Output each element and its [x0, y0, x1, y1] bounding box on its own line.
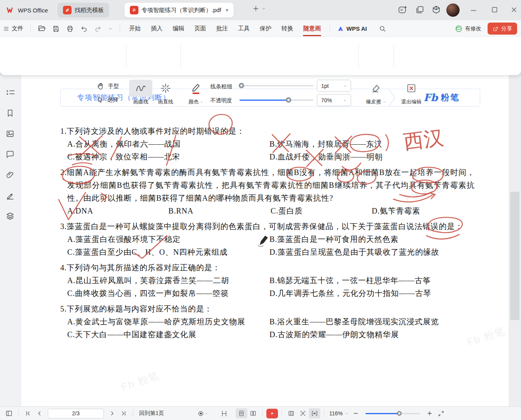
next-page-button[interactable] [106, 408, 118, 418]
zoom-slider-thumb[interactable] [397, 411, 402, 416]
status-bar: 2/3 回到第1页 116% [0, 406, 521, 420]
pdf-page[interactable]: 专项智能练习（常识判断） Fb 粉笔 1.下列诗文涉及的人物或事件对应的时期错误… [21, 75, 509, 406]
quick-tools-chevron-icon[interactable] [105, 20, 116, 37]
save-icon[interactable] [49, 20, 63, 37]
menu-item-insert[interactable]: 插入 [146, 20, 168, 37]
page-number-input[interactable]: 2/3 [48, 409, 104, 418]
comment-panel-icon[interactable] [5, 150, 16, 160]
file-menu-button[interactable]: 文件 [0, 20, 26, 37]
menu-item-start[interactable]: 开始 [124, 20, 146, 37]
tab-document-active[interactable]: 专项智能练习（常识判断）.pdf [124, 3, 234, 18]
maximize-button[interactable] [488, 3, 502, 16]
window-tab-bar: WPS Office 找稻壳模板 专项智能练习（常识判断）.pdf [0, 0, 521, 20]
close-button[interactable] [507, 3, 521, 16]
zoom-value: 116% [329, 410, 343, 416]
last-page-button[interactable] [118, 408, 129, 418]
line-weight-slider[interactable] [240, 85, 313, 86]
option-c: C.曲终收拨当心画，四弦一声如裂帛——箜篌 [67, 287, 269, 300]
share-button[interactable]: 分享 [488, 23, 517, 35]
scrollbar-thumb[interactable] [510, 192, 519, 320]
modified-status-badge[interactable]: 有修改 [455, 25, 481, 33]
exit-edit-icon [397, 80, 425, 97]
layers-panel-icon[interactable] [5, 212, 16, 222]
menu-item-page[interactable]: 页面 [189, 20, 211, 37]
locate-target-icon[interactable] [197, 408, 208, 418]
menu-item-edit[interactable]: 编辑 [168, 20, 189, 37]
locate-chevron-icon [205, 412, 208, 415]
single-page-view-icon[interactable] [236, 408, 247, 418]
menu-bar: 文件 开始 插入 编辑 页面 批注 工具 保护 转换 随意画 WPS AI 有修… [0, 20, 521, 37]
outline-panel-icon[interactable] [5, 88, 16, 98]
fit-screen-icon[interactable] [297, 408, 309, 418]
menu-item-comment[interactable]: 批注 [211, 20, 233, 37]
double-page-view-icon[interactable] [247, 408, 259, 418]
zoom-out-button[interactable] [350, 408, 362, 418]
opacity-select[interactable]: 70% [317, 94, 351, 106]
redo-icon[interactable] [91, 20, 105, 37]
docer-leaf-icon [63, 6, 72, 14]
question-stem: 1.下列诗文涉及的人物或事件对应的时期错误的是： [60, 125, 475, 138]
eraser-button[interactable]: 橡皮擦 [362, 80, 390, 105]
tab-template[interactable]: 找稻壳模板 [58, 3, 109, 18]
opacity-slider[interactable] [240, 100, 313, 101]
option-d: D.藻蓝蛋白呈现蓝色是由于其吸收了蓝光的缘故 [269, 246, 475, 259]
cursor-icon [96, 96, 104, 104]
undo-icon[interactable] [77, 20, 91, 37]
line-weight-slider-thumb[interactable] [239, 83, 244, 88]
tab-wps-home[interactable]: WPS Office [1, 3, 53, 18]
option-d: D.氨苄青霉素 [372, 205, 475, 217]
option-b: B.锦瑟无端五十弦，一弦一柱思华年——古筝 [269, 274, 475, 287]
prev-page-button[interactable] [34, 408, 45, 418]
color-picker-button[interactable]: 颜色 [185, 80, 207, 105]
zoom-slider[interactable] [365, 413, 420, 414]
play-presentation-button[interactable] [266, 409, 278, 418]
option-a: A.合从离衡，佩印者六——战国 [67, 138, 269, 150]
option-a: A.昆山玉碎凤凰叫，芙蓉泣露香兰笑——二胡 [67, 274, 269, 287]
line-weight-select[interactable]: 1pt [317, 80, 351, 92]
draw-line-button[interactable]: 画直线 [154, 80, 177, 105]
signature-panel-icon[interactable] [5, 191, 16, 201]
option-b: B.浴火重生——巴黎圣母院增强现实沉浸式展览 [269, 315, 475, 328]
exit-edit-button[interactable]: 退出编辑 [397, 80, 425, 105]
new-tab-button[interactable] [252, 5, 260, 12]
draw-curve-button[interactable]: 画曲线 [129, 80, 152, 105]
draw-toolbar: 手型 选择 画曲线 画直线 颜色 线条粗细 1pt 不透明度 [0, 37, 521, 75]
tab-overview-icon[interactable] [413, 3, 427, 16]
menu-item-protect[interactable]: 保护 [255, 20, 276, 37]
zoom-in-button[interactable] [424, 408, 435, 418]
hand-icon [96, 82, 105, 91]
menu-item-convert[interactable]: 转换 [276, 20, 298, 37]
fullscreen-button[interactable] [435, 408, 447, 418]
select-tool-label: 选择 [107, 96, 118, 103]
thumbnail-panel-icon[interactable] [5, 129, 16, 139]
left-panel-bar [0, 75, 21, 406]
reading-mode-icon[interactable] [219, 408, 230, 418]
back-to-first-page-link[interactable]: 回到第1页 [137, 410, 166, 417]
attachment-panel-icon[interactable] [5, 170, 16, 180]
zoom-level-select[interactable]: 116% [328, 410, 350, 416]
hand-tool-button[interactable]: 手型 [96, 82, 119, 91]
ai-assistant-icon[interactable] [396, 3, 410, 16]
bookmark-panel-icon[interactable] [5, 108, 16, 119]
opacity-slider-thumb[interactable] [286, 97, 291, 103]
option-c: C.天下大白——中国建窑建盏文化展 [67, 328, 269, 341]
fit-width-icon[interactable] [309, 408, 320, 418]
question-5: 5.下列展览的标题与内容对应不恰当的是： A.黄金武士与富饶草原——哈萨克斯坦历… [60, 303, 475, 341]
user-avatar[interactable] [446, 4, 460, 17]
first-page-button[interactable] [22, 408, 34, 418]
open-file-icon[interactable] [35, 20, 49, 37]
minimize-button[interactable] [467, 3, 481, 16]
search-icon[interactable] [376, 20, 390, 37]
tab-list-chevron-icon[interactable] [261, 6, 266, 11]
menu-item-tools[interactable]: 工具 [233, 20, 255, 37]
side-panel-toggle-icon[interactable] [3, 408, 15, 418]
opacity-value: 70% [321, 97, 332, 103]
select-tool-button[interactable]: 选择 [96, 96, 118, 104]
workspace-cube-icon[interactable] [429, 3, 443, 16]
fit-page-grid-icon[interactable] [285, 408, 297, 418]
print-icon[interactable] [63, 20, 77, 37]
menu-item-freedraw[interactable]: 随意画 [298, 20, 326, 37]
color-picker-label: 颜色 [189, 98, 199, 105]
vertical-scrollbar[interactable] [509, 75, 521, 406]
wps-ai-button[interactable]: WPS AI [334, 20, 370, 37]
